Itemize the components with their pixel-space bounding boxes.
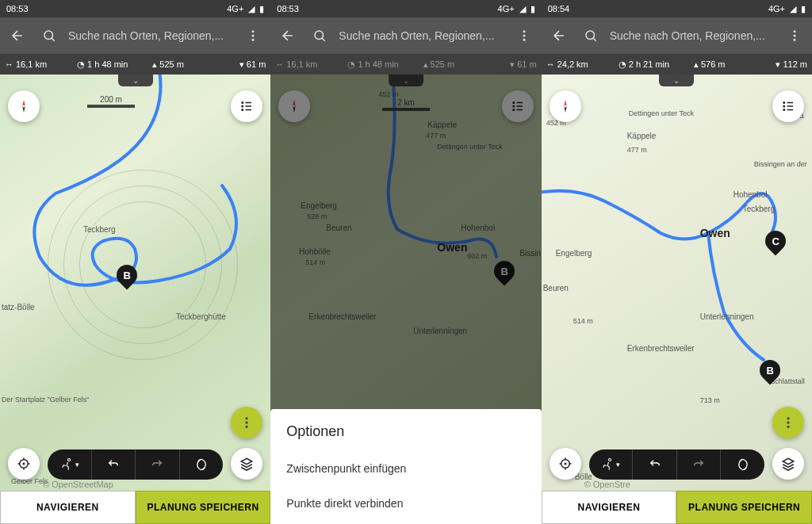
activity-button[interactable]: ▾ <box>589 449 634 480</box>
drag-handle[interactable]: ⌄ <box>118 75 153 86</box>
marker-b[interactable]: B <box>117 265 137 290</box>
label-bissingen: Bissingen an der <box>754 160 807 168</box>
svg-point-38 <box>783 109 785 111</box>
svg-point-40 <box>787 417 789 419</box>
marker-b[interactable]: B <box>760 360 780 385</box>
bottom-actions: NAVIGIEREN PLANUNG SPEICHERN <box>0 491 270 524</box>
svg-point-36 <box>783 105 785 107</box>
undo-button[interactable] <box>92 449 136 480</box>
time-value: 2 h 21 min <box>629 59 669 69</box>
signal-icon: ◢ <box>519 4 526 14</box>
label-bolle: tatz-Bölle <box>2 303 35 312</box>
ascent-icon: ▴ <box>694 59 699 70</box>
search-input[interactable]: Suche nach Orten, Regionen,... <box>610 29 776 42</box>
label-engelberg: Engelberg <box>556 249 592 258</box>
map[interactable]: ⌄ 200 m Teckberg Teckberghütte tatz-Böll… <box>0 75 270 491</box>
search-input[interactable]: Suche nach Orten, Regionen,... <box>339 29 504 42</box>
redo-button[interactable] <box>136 449 180 480</box>
stat-ascent: ▴525 m <box>136 59 201 70</box>
svg-point-3 <box>252 39 255 41</box>
save-plan-button[interactable]: PLANUNG SPEICHERN <box>136 491 271 524</box>
label-unter: Unterlenningen <box>700 312 754 321</box>
distance-value: 24,2 km <box>557 59 588 69</box>
status-bar: 08:54 4G+ ◢ ▮ <box>542 0 812 17</box>
redo-button[interactable] <box>677 449 722 480</box>
waypoints-button[interactable] <box>772 90 804 122</box>
distance-value: 16,1 km <box>286 59 317 69</box>
more-actions-button[interactable] <box>772 407 804 438</box>
clock: 08:53 <box>6 4 29 13</box>
activity-button[interactable]: ▾ <box>48 449 92 480</box>
battery-icon: ▮ <box>801 4 806 14</box>
route-stats: ↔16,1 km ◔1 h 48 min ▴525 m ▾61 m <box>270 54 541 75</box>
route-stats: ↔16,1 km ◔1 h 48 min ▴525 m ▾61 m <box>0 54 270 75</box>
map[interactable]: ⌄ Owen Engelberg Beuren Dettingen unter … <box>542 75 812 491</box>
network-icon: 4G+ <box>227 4 243 13</box>
reverse-button[interactable] <box>721 449 764 480</box>
time-value: 1 h 48 min <box>87 59 128 69</box>
search-icon[interactable] <box>36 23 62 48</box>
option-connect-direct[interactable]: Punkte direkt verbinden <box>270 486 541 521</box>
search-icon[interactable] <box>578 23 603 48</box>
clock: 08:54 <box>548 4 570 13</box>
navigate-button[interactable]: NAVIGIEREN <box>542 491 677 524</box>
ascent-value: 576 m <box>701 59 726 69</box>
locate-button[interactable] <box>8 448 40 480</box>
navigate-button[interactable]: NAVIGIEREN <box>0 491 136 524</box>
signal-icon: ◢ <box>248 4 255 14</box>
search-input[interactable]: Suche nach Orten, Regionen,... <box>68 29 234 42</box>
map[interactable]: ⌄ 2 km Owen Engelberg Beuren Dettingen u… <box>270 75 541 524</box>
marker-c[interactable]: C <box>765 231 786 256</box>
svg-point-19 <box>67 459 70 461</box>
scale-value: 200 m <box>100 95 122 104</box>
back-button[interactable] <box>275 23 301 48</box>
time-value: 1 h 48 min <box>358 59 398 69</box>
reverse-button[interactable] <box>180 449 224 480</box>
svg-point-20 <box>315 31 324 40</box>
save-plan-button[interactable]: PLANUNG SPEICHERN <box>676 491 812 524</box>
label-dettingen: Dettingen unter Teck <box>629 109 694 117</box>
bottom-actions: NAVIGIEREN PLANUNG SPEICHERN <box>542 491 812 524</box>
ascent-icon: ▴ <box>423 59 428 70</box>
descent-icon: ▾ <box>510 59 515 70</box>
svg-point-22 <box>523 35 525 37</box>
route-toolbar: ▾ <box>589 449 764 480</box>
label-teckberg: Teckberg <box>83 225 116 234</box>
menu-button[interactable] <box>240 23 266 48</box>
undo-button[interactable] <box>633 449 677 480</box>
route-stats: ↔24,2 km ◔2 h 21 min ▴576 m ▾112 m <box>542 54 812 75</box>
stat-distance: ↔16,1 km <box>5 59 69 69</box>
network-icon: 4G+ <box>768 4 785 13</box>
svg-point-14 <box>23 463 25 465</box>
distance-icon: ↔ <box>546 59 555 69</box>
search-icon[interactable] <box>307 23 332 48</box>
svg-point-12 <box>246 426 248 428</box>
distance-value: 16,1 km <box>16 59 47 69</box>
svg-point-0 <box>44 31 53 40</box>
option-insert-waypoint[interactable]: Zwischenpunkt einfügen <box>270 451 541 486</box>
label-beuren: Beuren <box>543 284 569 293</box>
menu-button[interactable] <box>782 23 807 48</box>
svg-point-21 <box>523 30 525 33</box>
svg-point-30 <box>586 31 595 40</box>
compass-button[interactable] <box>8 90 40 122</box>
compass-button[interactable] <box>550 90 581 122</box>
stat-time: ◔1 h 48 min <box>71 59 135 70</box>
drag-handle[interactable]: ⌄ <box>659 75 694 86</box>
svg-point-23 <box>523 39 525 41</box>
clock-icon: ◔ <box>77 59 85 70</box>
distance-icon: ↔ <box>275 59 284 69</box>
back-button[interactable] <box>5 23 30 48</box>
app-bar: Suche nach Orten, Regionen,... <box>270 17 541 54</box>
ascent-value: 525 m <box>159 59 184 69</box>
descent-value: 112 m <box>783 59 807 69</box>
label-el514: 514 m <box>573 317 593 325</box>
menu-button[interactable] <box>511 23 537 48</box>
back-button[interactable] <box>546 23 572 48</box>
status-bar: 08:53 4G+ ◢ ▮ <box>0 0 270 17</box>
marker-b-label: B <box>123 270 130 281</box>
locate-button[interactable] <box>550 448 581 480</box>
label-hohenbol: Hohenbol <box>733 190 768 199</box>
layers-button[interactable] <box>772 448 804 480</box>
signal-icon: ◢ <box>790 4 796 14</box>
